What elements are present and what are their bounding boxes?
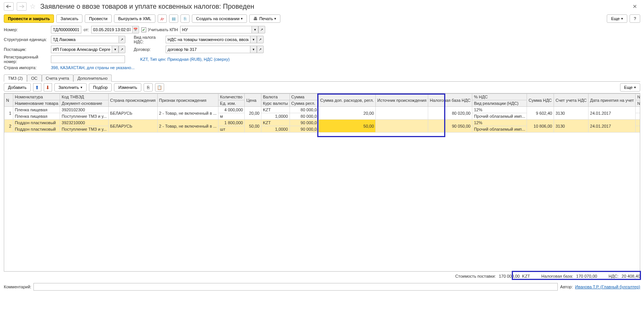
tax-base-value: 170 070,00 — [576, 274, 597, 278]
contract-open-icon[interactable]: ↗ — [257, 46, 264, 53]
col-vat-pct[interactable]: % НДС — [472, 94, 527, 100]
print-button[interactable]: Печать — [249, 14, 280, 23]
data-grid: N Номенклатура Код ТНВЭД Страна происхож… — [4, 93, 640, 133]
supplier-open-icon[interactable]: ↗ — [119, 46, 125, 53]
struct-unit-label: Структурная единица: — [4, 37, 49, 42]
close-icon[interactable]: ✕ — [630, 3, 640, 9]
col-sum[interactable]: Сумма — [290, 94, 318, 100]
tab-tmz[interactable]: ТМЗ (2) — [4, 74, 27, 82]
report-button[interactable]: ▤ — [169, 14, 178, 23]
col-tnved[interactable]: Код ТНВЭД — [60, 94, 108, 100]
col-rate[interactable]: Курс валюты — [261, 100, 290, 107]
contract-input[interactable] — [166, 46, 250, 53]
supplier-input[interactable] — [51, 46, 112, 53]
print-icon — [253, 16, 258, 21]
col-origin-source[interactable]: Источник происхождения — [376, 94, 428, 107]
col-origin-sign[interactable]: Признак происхождения — [157, 94, 218, 107]
select-button[interactable]: Подбор — [89, 83, 112, 92]
page-title: Заявление о ввозе товаров и уплате косве… — [40, 3, 254, 11]
nav-forward-button[interactable] — [17, 2, 27, 11]
struct-open-icon[interactable]: ↗ — [119, 36, 125, 43]
delivery-cost-value: 170 000,00 — [499, 274, 520, 278]
tax-open-icon[interactable]: ↗ — [257, 36, 264, 43]
add-button[interactable]: Добавить — [4, 83, 31, 92]
currency-value: KZT — [522, 274, 530, 278]
tax-type-label: Вид налога НДС: — [134, 35, 163, 44]
col-tt[interactable]: № ТТ — [636, 94, 640, 100]
kpn-checkbox[interactable]: ✔Учитывать КПН — [141, 27, 178, 32]
tab-os[interactable]: ОС — [27, 74, 42, 82]
table-row[interactable]: 2Поддон пластиковый3923210000БЕЛАРУСЬ2 -… — [5, 120, 641, 126]
tax-dropdown-icon[interactable]: ▾ — [250, 36, 257, 43]
nav-back-button[interactable] — [4, 2, 14, 11]
tax-base-label: Налоговая база: — [541, 274, 573, 278]
link-button[interactable]: ⎘ — [180, 14, 190, 23]
col-nomenclature[interactable]: Номенклатура — [13, 94, 60, 100]
check-icon: ✔ — [141, 27, 146, 32]
supplier-label: Поставщик: — [4, 47, 49, 52]
col-n[interactable]: N — [5, 94, 13, 107]
create-based-button[interactable]: Создать на основании — [192, 14, 247, 23]
nu-dropdown-icon[interactable]: ▾ — [252, 26, 258, 33]
move-down-button[interactable]: ⬇ — [44, 83, 52, 92]
nu-open-icon[interactable]: ↗ — [258, 26, 265, 33]
number-input[interactable] — [51, 26, 81, 33]
import-country-label: Страна импорта: — [4, 65, 49, 70]
date-input[interactable] — [91, 26, 132, 33]
reg-number-label: Регистрационный номер: — [4, 55, 49, 64]
fill-button[interactable]: Заполнить — [54, 83, 87, 92]
col-qty[interactable]: Количество — [218, 94, 245, 100]
tax-type-input[interactable] — [166, 36, 250, 43]
import-country-link[interactable]: 398, КАЗАХСТАН, для страны не указано... — [51, 65, 134, 70]
grid-container[interactable]: N Номенклатура Код ТНВЭД Страна происхож… — [4, 93, 640, 272]
tab-accounts[interactable]: Счета учета — [42, 74, 73, 82]
more-button[interactable]: Еще — [607, 14, 627, 23]
post-button[interactable]: Провести — [85, 14, 112, 23]
number-label: Номер: — [4, 27, 49, 32]
debit-credit-button[interactable]: Дт — [158, 14, 167, 23]
nu-input[interactable] — [180, 26, 252, 33]
struct-unit-input[interactable] — [51, 36, 119, 43]
paste-button[interactable]: 📋 — [155, 83, 164, 92]
supplier-dropdown-icon[interactable]: ▾ — [112, 46, 119, 53]
change-button[interactable]: Изменить — [114, 83, 141, 92]
help-button[interactable]: ? — [630, 14, 640, 23]
col-vat-sum[interactable]: Сумма НДС — [527, 94, 554, 107]
price-type-link[interactable]: KZT, Тип цен: Приходная (RUB), НДС (свер… — [140, 57, 229, 62]
copy-button[interactable]: ⎘ — [144, 83, 153, 92]
col-price[interactable]: Цена — [245, 94, 261, 107]
calendar-icon[interactable]: 📅 — [132, 26, 139, 33]
delivery-cost-label: Стоимость поставки: — [455, 274, 496, 278]
col-accept-date[interactable]: Дата принятия на учет — [589, 94, 636, 107]
col-vat-account[interactable]: Счет учета НДС — [554, 94, 589, 107]
reg-number-input[interactable] — [51, 55, 125, 63]
comment-label: Комментарий: — [4, 285, 31, 289]
col-tax-base[interactable]: Налоговая база НДС — [428, 94, 472, 107]
col-sum-regl[interactable]: Сумма регл. — [290, 100, 318, 107]
favorite-icon[interactable]: ☆ — [30, 2, 36, 11]
save-button[interactable]: Записать — [56, 14, 82, 23]
author-link[interactable]: Иванова Т.Р. (Главный бухгалтер) — [575, 285, 641, 289]
export-xml-button[interactable]: Выгрузить в XML — [114, 14, 155, 23]
grid-more-button[interactable]: Еще — [620, 83, 640, 92]
contract-dropdown-icon[interactable]: ▾ — [250, 46, 257, 53]
table-row[interactable]: 1Пленка пищевая3920102300БЕЛАРУСЬ2 - Тов… — [5, 107, 641, 113]
vat-label: НДС: — [609, 274, 619, 278]
col-doc-basis[interactable]: Документ-основание — [60, 100, 108, 107]
comment-input[interactable] — [33, 283, 558, 291]
from-label: от: — [84, 27, 89, 32]
col-product-name[interactable]: Наименование товара — [13, 100, 60, 107]
col-unit[interactable]: Ед. изм. — [218, 100, 245, 107]
post-close-button[interactable]: Провести и закрыть — [4, 14, 54, 23]
col-origin-country[interactable]: Страна происхождения — [108, 94, 157, 107]
contract-label: Договор: — [134, 47, 163, 52]
col-add-exp[interactable]: Сумма доп. расходов, регл. — [318, 94, 375, 107]
col-currency[interactable]: Валюта — [261, 94, 290, 100]
vat-value: 20 408,40 — [622, 274, 640, 278]
author-label: Автор: — [560, 285, 573, 289]
move-up-button[interactable]: ⬆ — [33, 83, 41, 92]
col-sch[interactable]: № сч — [636, 100, 640, 107]
col-realization[interactable]: Вид реализации (НДС) — [472, 100, 527, 107]
tab-additional[interactable]: Дополнительно — [73, 74, 112, 82]
